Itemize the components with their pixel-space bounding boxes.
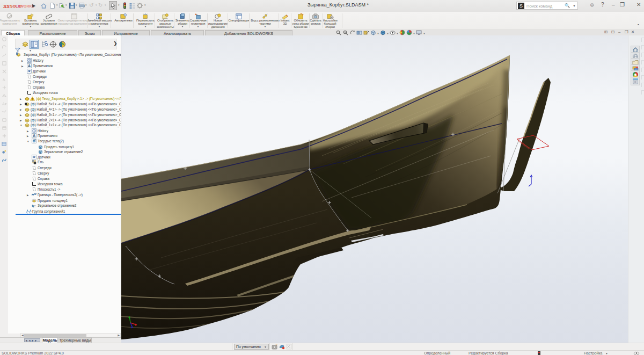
svg-text:A▾: A▾ bbox=[2, 102, 6, 106]
svg-text:A: A bbox=[2, 77, 5, 82]
svg-text:ЅS: ЅS bbox=[3, 4, 10, 9]
svg-text:!: ! bbox=[32, 98, 33, 101]
svg-text:A: A bbox=[33, 134, 35, 137]
svg-text:A: A bbox=[28, 64, 31, 68]
